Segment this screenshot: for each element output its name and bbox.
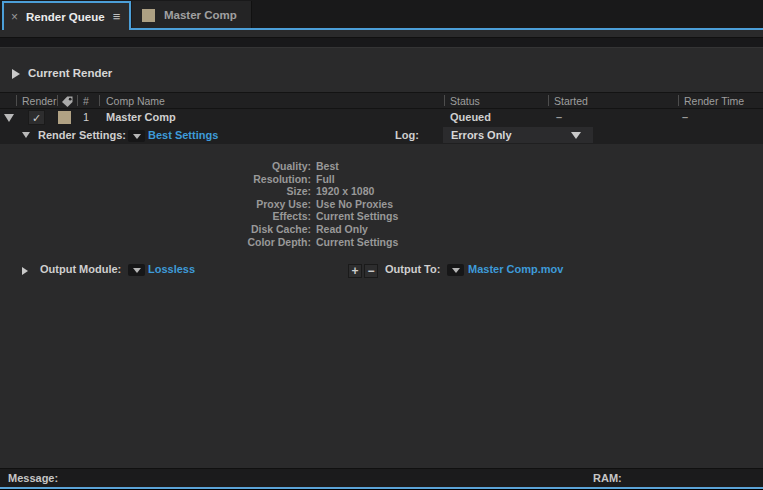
detail-row: Proxy Use:Use No Proxies bbox=[0, 198, 763, 211]
column-divider bbox=[16, 95, 17, 106]
current-render-twirl-icon[interactable] bbox=[12, 69, 20, 79]
detail-row: Size:1920 x 1080 bbox=[0, 185, 763, 198]
add-output-module-button[interactable]: + bbox=[348, 264, 362, 278]
output-module-row: Output Module: Lossless + − Output To: M… bbox=[0, 262, 763, 282]
label-tag-icon[interactable] bbox=[61, 95, 74, 110]
log-label: Log: bbox=[395, 129, 419, 141]
render-progress-bar bbox=[0, 37, 763, 48]
detail-value: Read Only bbox=[316, 223, 368, 235]
detail-label: Color Depth: bbox=[0, 236, 311, 248]
detail-row: Quality:Best bbox=[0, 160, 763, 173]
column-started[interactable]: Started bbox=[554, 95, 588, 107]
comp-color-label-icon bbox=[142, 9, 155, 22]
column-number[interactable]: # bbox=[83, 95, 89, 107]
settings-twirl-icon[interactable] bbox=[22, 132, 30, 138]
detail-label: Proxy Use: bbox=[0, 198, 311, 210]
item-twirl-icon[interactable] bbox=[4, 114, 14, 122]
column-divider bbox=[77, 95, 78, 106]
close-icon[interactable]: × bbox=[11, 11, 18, 23]
comp-color-label-icon[interactable] bbox=[58, 111, 71, 124]
column-divider bbox=[548, 95, 549, 106]
tab-render-queue-label: Render Queue bbox=[26, 11, 105, 23]
detail-label: Quality: bbox=[0, 160, 311, 172]
detail-value: Best bbox=[316, 160, 339, 172]
item-status: Queued bbox=[450, 111, 491, 123]
detail-row: Color Depth:Current Settings bbox=[0, 236, 763, 249]
queue-table-header: Render # Comp Name Status Started Render… bbox=[0, 92, 763, 109]
chevron-down-icon bbox=[571, 132, 581, 139]
status-bar: Message: RAM: bbox=[0, 468, 763, 487]
detail-label: Disk Cache: bbox=[0, 223, 311, 235]
output-to-dropdown-icon[interactable] bbox=[447, 264, 464, 276]
output-module-label: Output Module: bbox=[40, 263, 121, 275]
tab-render-queue[interactable]: × Render Queue ≡ bbox=[2, 1, 131, 30]
panel-menu-icon[interactable]: ≡ bbox=[113, 10, 121, 23]
detail-value: Full bbox=[316, 173, 335, 185]
detail-row: Disk Cache:Read Only bbox=[0, 223, 763, 236]
detail-value: Current Settings bbox=[316, 236, 398, 248]
item-comp-name: Master Comp bbox=[106, 111, 176, 123]
item-render-time: – bbox=[682, 111, 688, 123]
column-divider bbox=[678, 95, 679, 106]
output-module-twirl-icon[interactable] bbox=[22, 267, 28, 275]
remove-output-module-button[interactable]: − bbox=[364, 264, 378, 278]
render-settings-details: Quality:Best Resolution:Full Size:1920 x… bbox=[0, 160, 763, 248]
detail-row: Effects:Current Settings bbox=[0, 210, 763, 223]
render-settings-dropdown-icon[interactable] bbox=[128, 130, 145, 142]
log-dropdown[interactable]: Errors Only bbox=[443, 127, 593, 143]
detail-row: Resolution:Full bbox=[0, 173, 763, 186]
message-label: Message: bbox=[8, 472, 58, 484]
render-settings-value-link[interactable]: Best Settings bbox=[148, 129, 218, 141]
output-to-value-link[interactable]: Master Comp.mov bbox=[468, 263, 563, 275]
render-queue-panel: × Render Queue ≡ Master Comp Current Ren… bbox=[0, 0, 763, 490]
detail-value: 1920 x 1080 bbox=[316, 185, 374, 197]
tab-bar: × Render Queue ≡ Master Comp bbox=[0, 0, 763, 30]
output-to-label: Output To: bbox=[385, 263, 440, 275]
detail-value: Current Settings bbox=[316, 210, 398, 222]
detail-label: Effects: bbox=[0, 210, 311, 222]
current-render-label: Current Render bbox=[28, 67, 112, 79]
column-divider bbox=[444, 95, 445, 106]
column-render[interactable]: Render bbox=[22, 95, 56, 107]
detail-label: Size: bbox=[0, 185, 311, 197]
render-settings-label: Render Settings: bbox=[38, 129, 126, 141]
column-divider bbox=[57, 95, 58, 106]
queue-item-row[interactable]: ✓ 1 Master Comp Queued – – bbox=[0, 109, 763, 126]
render-checkbox[interactable]: ✓ bbox=[28, 110, 45, 125]
column-divider bbox=[99, 95, 100, 106]
log-dropdown-value: Errors Only bbox=[451, 129, 512, 141]
detail-label: Resolution: bbox=[0, 173, 311, 185]
item-started: – bbox=[556, 111, 562, 123]
active-panel-highlight bbox=[131, 28, 763, 30]
current-render-section: Current Render bbox=[0, 62, 763, 86]
tab-master-comp-label: Master Comp bbox=[164, 9, 237, 21]
tab-master-comp[interactable]: Master Comp bbox=[132, 1, 252, 29]
output-module-dropdown-icon[interactable] bbox=[128, 264, 145, 276]
item-number: 1 bbox=[83, 111, 89, 123]
detail-value: Use No Proxies bbox=[316, 198, 393, 210]
render-settings-row: Render Settings: Best Settings Log: Erro… bbox=[0, 126, 763, 144]
output-module-value-link[interactable]: Lossless bbox=[148, 263, 195, 275]
ram-label: RAM: bbox=[593, 472, 622, 484]
column-comp-name[interactable]: Comp Name bbox=[106, 95, 165, 107]
column-status[interactable]: Status bbox=[450, 95, 480, 107]
column-render-time[interactable]: Render Time bbox=[684, 95, 744, 107]
